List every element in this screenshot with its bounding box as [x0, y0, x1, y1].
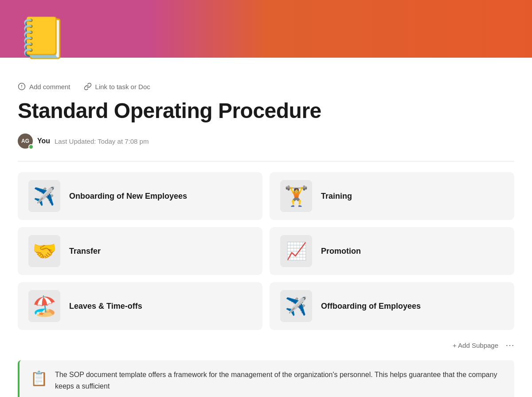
toolbar: Add comment Link to task or Doc: [0, 70, 532, 97]
add-comment-label: Add comment: [29, 83, 70, 90]
subpage-card-transfer[interactable]: 🤝 Transfer: [18, 227, 262, 275]
subpage-label-promotion: Promotion: [321, 247, 361, 256]
subpage-emoji-onboarding: ✈️: [28, 180, 60, 212]
subpage-card-offboarding[interactable]: ✈️ Offboarding of Employees: [270, 282, 514, 330]
info-block-icon: 📋: [30, 370, 48, 387]
subpage-label-training: Training: [321, 192, 352, 201]
author-row: AG You Last Updated: Today at 7:08 pm: [0, 130, 532, 157]
comment-icon: [18, 83, 26, 90]
subpage-emoji-offboarding: ✈️: [280, 290, 312, 322]
more-options-icon: ⋯: [505, 340, 514, 350]
subpage-label-transfer: Transfer: [69, 247, 101, 256]
info-block-text: The SOP document template offers a frame…: [55, 369, 504, 392]
link-icon: [84, 83, 92, 90]
subpage-card-training[interactable]: 🏋️ Training: [270, 172, 514, 220]
info-block: 📋 The SOP document template offers a fra…: [18, 360, 514, 397]
subpage-emoji-training: 🏋️: [280, 180, 312, 212]
subpages-grid: ✈️ Onboarding of New Employees 🏋️ Traini…: [0, 172, 532, 330]
subpage-label-onboarding: Onboarding of New Employees: [69, 192, 187, 201]
subpage-emoji-leaves: 🏖️: [28, 290, 60, 322]
subpage-label-leaves: Leaves & Time-offs: [69, 302, 142, 311]
subpage-card-promotion[interactable]: 📈 Promotion: [270, 227, 514, 275]
link-button[interactable]: Link to task or Doc: [84, 83, 150, 90]
notebook-icon: 📒: [18, 18, 62, 67]
subpage-label-offboarding: Offboarding of Employees: [321, 302, 421, 311]
subpage-emoji-transfer: 🤝: [28, 235, 60, 267]
divider: [18, 161, 514, 161]
subpage-card-onboarding[interactable]: ✈️ Onboarding of New Employees: [18, 172, 262, 220]
avatar: AG: [18, 134, 33, 149]
link-label: Link to task or Doc: [95, 83, 150, 90]
add-subpage-label: + Add Subpage: [453, 342, 498, 349]
avatar-online-badge: [28, 144, 34, 149]
subpage-emoji-promotion: 📈: [280, 235, 312, 267]
avatar-initials: AG: [21, 138, 29, 144]
more-options-button[interactable]: ⋯: [505, 341, 514, 350]
subpage-card-leaves[interactable]: 🏖️ Leaves & Time-offs: [18, 282, 262, 330]
page-title: Standard Operating Procedure: [0, 97, 532, 130]
add-comment-button[interactable]: Add comment: [18, 83, 70, 90]
last-updated: Last Updated: Today at 7:08 pm: [55, 138, 149, 145]
add-subpage-button[interactable]: + Add Subpage: [453, 342, 498, 349]
header-banner: 📒: [0, 0, 532, 58]
author-name: You: [37, 137, 50, 145]
add-subpage-row: + Add Subpage ⋯: [0, 337, 532, 357]
